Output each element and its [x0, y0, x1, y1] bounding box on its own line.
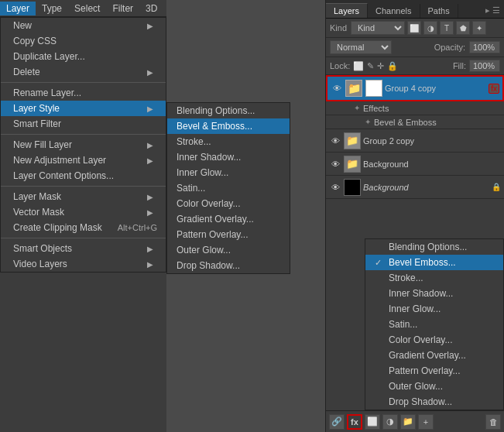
lock-position-icon[interactable]: ✛	[377, 61, 384, 71]
fxpopup-color-overlay[interactable]: Color Overlay...	[365, 332, 503, 348]
submenu-color-overlay[interactable]: Color Overlay...	[167, 196, 290, 211]
menu-video-layers[interactable]: Video Layers ▶	[1, 256, 166, 272]
check-icon	[375, 382, 384, 391]
menu-layer-content-options[interactable]: Layer Content Options...	[1, 168, 166, 183]
filter-select[interactable]: Kind	[351, 21, 405, 35]
menu-type[interactable]: Type	[36, 2, 68, 15]
eye-icon[interactable]: 👁	[329, 181, 341, 194]
check-icon	[375, 366, 384, 375]
filter-shape-icon[interactable]: ⬟	[456, 21, 470, 35]
menu-layer[interactable]: Layer	[0, 2, 36, 15]
fxpopup-stroke[interactable]: Stroke...	[365, 270, 503, 286]
lock-all-icon[interactable]: 🔒	[387, 61, 398, 71]
layers-panel: Layers Channels Paths ▸ ☰ Kind Kind ⬜ ◑ …	[325, 0, 504, 432]
menu-create-clipping-mask[interactable]: Create Clipping Mask Alt+Ctrl+G	[1, 220, 166, 235]
submenu-drop-shadow[interactable]: Drop Shadow...	[167, 258, 290, 273]
check-icon	[375, 273, 384, 283]
submenu-stroke[interactable]: Stroke...	[167, 134, 290, 149]
arrow-icon: ▶	[147, 22, 153, 30]
eye-icon[interactable]: 👁	[331, 82, 343, 94]
panel-expand-btn[interactable]: ▸ ☰	[482, 3, 504, 18]
fill-label: Fill:	[453, 61, 466, 70]
lock-label: Lock:	[330, 61, 350, 70]
blend-mode-select[interactable]: Normal	[330, 40, 392, 54]
arrow-icon: ▶	[147, 141, 153, 149]
filter-text-icon[interactable]: T	[440, 21, 454, 35]
menu-new-adjustment-layer[interactable]: New Adjustment Layer ▶	[1, 153, 166, 168]
tab-layers[interactable]: Layers	[326, 3, 368, 18]
filter-adjust-icon[interactable]: ◑	[423, 21, 437, 35]
menu-duplicate-layer[interactable]: Duplicate Layer...	[1, 49, 166, 64]
layer-group4copy[interactable]: 👁 📁 Group 4 copy fx	[326, 75, 504, 101]
submenu-gradient-overlay[interactable]: Gradient Overlay...	[167, 211, 290, 227]
fxpopup-inner-shadow[interactable]: Inner Shadow...	[365, 286, 503, 301]
new-layer-btn[interactable]: +	[418, 414, 434, 430]
fxpopup-outer-glow[interactable]: Outer Glow...	[365, 379, 503, 394]
menu-select[interactable]: Select	[68, 2, 106, 15]
tab-channels[interactable]: Channels	[368, 4, 420, 18]
filter-pixel-icon[interactable]: ⬜	[407, 21, 421, 35]
submenu-inner-shadow[interactable]: Inner Shadow...	[167, 149, 290, 165]
check-icon	[375, 289, 384, 298]
menu-layer-mask[interactable]: Layer Mask ▶	[1, 189, 166, 204]
add-mask-btn[interactable]: ⬜	[365, 414, 380, 430]
menu-vector-mask[interactable]: Vector Mask ▶	[1, 204, 166, 220]
fxpopup-blending-options[interactable]: Blending Options...	[365, 239, 503, 255]
lock-transparency-icon[interactable]: ⬜	[353, 61, 364, 71]
menu-new-fill-layer[interactable]: New Fill Layer ▶	[1, 137, 166, 153]
submenu-inner-glow[interactable]: Inner Glow...	[167, 165, 290, 180]
tab-paths[interactable]: Paths	[420, 4, 458, 18]
fill-input[interactable]	[469, 60, 500, 72]
layer-name-background-group: Background	[363, 159, 501, 169]
layer-toolbar: 🔗 fx ⬜ ◑ 📁 + 🗑	[326, 410, 504, 432]
layer-background[interactable]: 👁 Background 🔒	[326, 176, 504, 199]
opacity-input[interactable]	[469, 41, 500, 53]
fxpopup-gradient-overlay[interactable]: Gradient Overlay...	[365, 348, 503, 363]
fxpopup-bevel-emboss[interactable]: ✓ Bevel Emboss...	[365, 255, 503, 270]
layer-name-group4copy: Group 4 copy	[385, 84, 486, 93]
fxpopup-drop-shadow[interactable]: Drop Shadow...	[365, 394, 503, 410]
separator	[1, 186, 166, 187]
filter-smart-icon[interactable]: ✦	[472, 21, 486, 35]
eye-icon[interactable]: 👁	[329, 135, 341, 147]
submenu-blending-options[interactable]: Blending Options...	[167, 103, 290, 118]
menu-3d[interactable]: 3D	[139, 2, 163, 15]
eye-icon[interactable]: 👁	[329, 158, 341, 170]
menu-bar: Layer Type Select Filter 3D View	[0, 0, 166, 17]
fxpopup-satin[interactable]: Satin...	[365, 317, 503, 332]
submenu-bevel-emboss[interactable]: Bevel & Emboss...	[167, 118, 290, 134]
lock-paint-icon[interactable]: ✎	[367, 61, 374, 71]
separator	[1, 134, 166, 135]
filter-label: Kind	[330, 23, 347, 33]
fxpopup-pattern-overlay[interactable]: Pattern Overlay...	[365, 363, 503, 379]
layer-group2copy[interactable]: 👁 📁 Group 2 copy	[326, 129, 504, 153]
mode-opacity-row: Normal Opacity:	[326, 38, 504, 57]
arrow-icon: ▶	[147, 245, 153, 253]
adjustment-btn[interactable]: ◑	[382, 414, 398, 430]
fxpopup-inner-glow[interactable]: Inner Glow...	[365, 301, 503, 317]
menu-smart-filter[interactable]: Smart Filter	[1, 116, 166, 132]
delete-layer-btn[interactable]: 🗑	[485, 414, 501, 430]
layer-style-submenu: Blending Options... Bevel & Emboss... St…	[166, 102, 290, 274]
menu-layer-style[interactable]: Layer Style ▶	[1, 101, 166, 116]
fx-badge: fx	[489, 84, 499, 94]
arrow-icon: ▶	[147, 208, 153, 217]
left-menu-area: Layer Type Select Filter 3D View New ▶ C…	[0, 0, 166, 432]
menu-smart-objects[interactable]: Smart Objects ▶	[1, 241, 166, 256]
check-icon	[375, 320, 384, 329]
menu-copy-css[interactable]: Copy CSS	[1, 33, 166, 49]
submenu-pattern-overlay[interactable]: Pattern Overlay...	[167, 227, 290, 242]
layer-background-group[interactable]: 👁 📁 Background	[326, 153, 504, 176]
fx-button[interactable]: fx	[347, 414, 362, 430]
submenu-outer-glow[interactable]: Outer Glow...	[167, 242, 290, 258]
separator	[1, 82, 166, 83]
submenu-satin[interactable]: Satin...	[167, 180, 290, 196]
group-btn[interactable]: 📁	[400, 414, 416, 430]
lock-icon: 🔒	[492, 183, 501, 191]
menu-delete[interactable]: Delete ▶	[1, 64, 166, 80]
link-layers-btn[interactable]: 🔗	[329, 414, 345, 430]
menu-new[interactable]: New ▶	[1, 18, 166, 33]
lock-row: Lock: ⬜ ✎ ✛ 🔒 Fill:	[326, 57, 504, 75]
menu-rename-layer[interactable]: Rename Layer...	[1, 85, 166, 101]
menu-filter[interactable]: Filter	[106, 2, 139, 15]
